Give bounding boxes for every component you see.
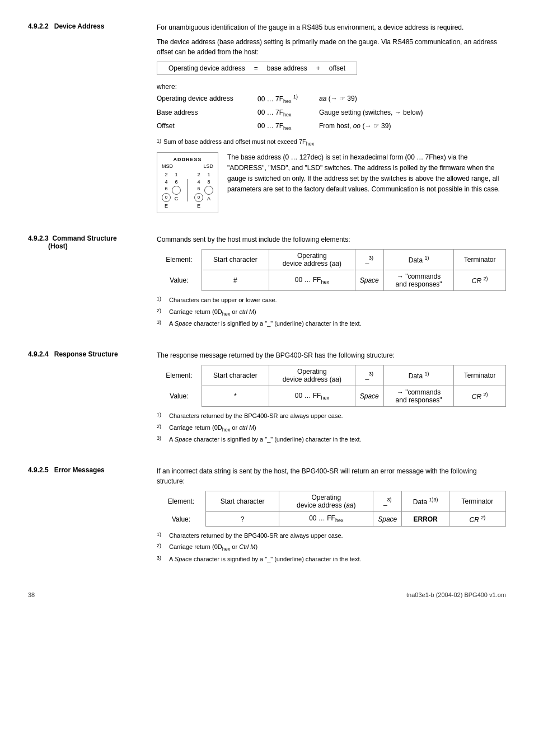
where-row-2: Offset 00 … 7Fhex From host, oo (→ ☞ 39) [157,121,506,133]
section-4923-title: Command Structure [52,234,116,242]
address-formula: Operating device address = base address … [157,62,357,75]
footnote-4924-3-text: A Space character is signified by a "_" … [169,435,362,445]
table-space-value: Space [355,270,383,291]
table-data-value: → "commandsand responses" [383,270,454,291]
error-space-header: _3) [373,491,402,512]
where-val-0: 00 … 7Fhex 1) [257,93,319,106]
section-4924-left: 4.9.2.4 Response Structure [28,350,157,450]
where-label-row: where: [157,82,506,92]
footnote-num-3: 3) [157,319,167,329]
section-4922-intro2: The device address (base address) settin… [157,37,506,57]
table-start-char-header: Start character [202,250,269,270]
where-label-0: Operating device address [157,93,257,106]
footnote-4925-2-text: Carriage return (0Dhex or Ctrl M) [169,542,257,553]
error-element-label: Element: [157,491,206,512]
footer-right: tna03e1-b (2004-02) BPG400 v1.om [406,591,506,598]
section-4925-left: 4.9.2.5 Error Messages [28,466,157,570]
section-4922-left: 4.9.2.2 Device Address [28,22,157,219]
table-value-label: Value: [157,270,202,291]
section-4923-footnotes: 1) Characters can be upper or lower case… [157,295,506,329]
address-col3: offset [327,64,348,72]
footnote-4922-1-text: Sum of base address and offset must not … [163,138,314,147]
table-op-addr-header: Operatingdevice address (aa) [269,250,355,270]
response-header-row: Element: Start character Operatingdevice… [157,365,506,386]
section-4924-footnotes: 1) Characters returned by the BPG400-SR … [157,411,506,445]
response-op-addr-value: 00 … FFhex [269,386,355,407]
section-4924-intro: The response message returned by the BPG… [157,350,506,360]
page: 4.9.2.2 Device Address For unambiguous i… [0,0,534,608]
error-op-addr-header: Operatingdevice address (aa) [279,491,373,512]
error-start-char-header: Start character [206,491,279,512]
section-4923-title2: (Host) [48,242,68,250]
table-data-header: Data 1) [383,250,454,270]
footnote-4924-1-text: Characters returned by the BPG400-SR are… [169,411,343,421]
section-4924-title: Response Structure [54,350,118,358]
footnote-4923-3-text: A Space character is signified by a "_" … [169,319,362,329]
response-terminator-value: CR 2) [454,386,506,407]
section-4922-number: 4.9.2.2 [28,22,49,30]
table-start-char-value: # [202,270,269,291]
error-start-char-value: ? [206,512,279,526]
section-4923-number: 4.9.2.3 [28,234,49,242]
table-terminator-header: Terminator [454,250,506,270]
footnote-4923-2: 2) Carriage return (0Dhex or ctrl M) [157,307,506,318]
footnote-num-1: 1) [157,295,167,306]
footnote-4923-1-text: Characters can be upper or lower case. [169,295,277,306]
section-4923: 4.9.2.3 Command Structure (Host) Command… [28,234,506,335]
where-table: where: Operating device address 00 … 7Fh… [157,82,506,133]
page-number: 38 [28,591,35,598]
response-op-addr-header: Operatingdevice address (aa) [269,365,355,386]
table-terminator-value: CR 2) [454,270,506,291]
footnote-4922-1: 1) Sum of base address and offset must n… [157,138,506,147]
footnote-4924-2: 2) Carriage return (0Dhex or ctrl M) [157,423,506,434]
dip-block: ADDRESS MSDLSD 2 4 6 0 E [157,152,506,214]
table-value-row: Value: # 00 … FFhex Space → "commandsand… [157,270,506,291]
table-op-addr-value: 00 … FFhex [269,270,355,291]
where-desc-0: aa (→ ☞ 39) [319,93,506,106]
table-header-row: Element: Start character Operatingdevice… [157,250,506,270]
where-label-1: Base address [157,107,257,119]
footnote-num-2: 2) [157,307,167,318]
section-4922: 4.9.2.2 Device Address For unambiguous i… [28,22,506,219]
response-data-header: Data 1) [383,365,454,386]
section-4924-content: The response message returned by the BPG… [157,350,506,450]
section-4922-content: For unambiguous identification of the ga… [157,22,506,219]
where-row-1: Base address 00 … 7Fhex Gauge setting (s… [157,107,506,119]
section-4922-title: Device Address [54,22,105,30]
error-data-value: ERROR [402,512,449,526]
address-plus: + [314,64,322,72]
footnote-4924-1: 1) Characters returned by the BPG400-SR … [157,411,506,421]
address-eq: = [252,64,260,72]
table-element-label: Element: [157,250,202,270]
error-value-row: Value: ? 00 … FFhex Space ERROR CR 2) [157,512,506,526]
footnote-4925-1: 1) Characters returned by the BPG400-SR … [157,531,506,541]
footnote-4923-2-text: Carriage return (0Dhex or ctrl M) [169,307,256,318]
dip-diagram: ADDRESS MSDLSD 2 4 6 0 E [157,152,218,214]
section-4925-footnotes: 1) Characters returned by the BPG400-SR … [157,531,506,565]
error-terminator-value: CR 2) [449,512,505,526]
page-footer: 38 tna03e1-b (2004-02) BPG400 v1.om [28,591,506,598]
section-4925-number: 4.9.2.5 [28,466,49,474]
response-space-header: _3) [355,365,383,386]
where-row-0: Operating device address 00 … 7Fhex 1) a… [157,93,506,106]
command-structure-table: Element: Start character Operatingdevice… [157,249,506,291]
error-space-value: Space [373,512,402,526]
section-4924: 4.9.2.4 Response Structure The response … [28,350,506,450]
section-4924-number: 4.9.2.4 [28,350,49,358]
error-value-label: Value: [157,512,206,526]
section-4925-content: If an incorrect data string is sent by t… [157,466,506,570]
footnote-4925-2: 2) Carriage return (0Dhex or Ctrl M) [157,542,506,553]
where-val-2: 00 … 7Fhex [257,121,319,133]
response-data-value: → "commandsand responses" [383,386,454,407]
table-space-header: _3) [355,250,383,270]
error-terminator-header: Terminator [449,491,505,512]
dip-text: The base address (0 … 127dec) is set in … [227,152,506,195]
address-col1: Operating device address [166,64,247,72]
address-col2: base address [265,64,310,72]
where-val-1: 00 … 7Fhex [257,107,319,119]
response-space-value: Space [355,386,383,407]
section-4925: 4.9.2.5 Error Messages If an incorrect d… [28,466,506,570]
response-structure-table: Element: Start character Operatingdevice… [157,365,506,407]
section-4922-intro1: For unambiguous identification of the ga… [157,22,506,32]
section-4923-content: Commands sent by the host must include t… [157,234,506,335]
